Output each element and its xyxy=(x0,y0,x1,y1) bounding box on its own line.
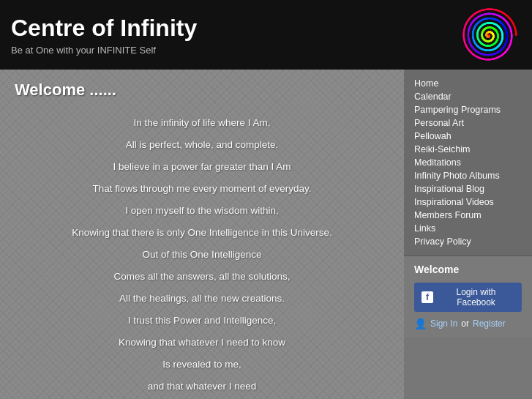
nav-link[interactable]: Inspirational Blog xyxy=(414,184,522,194)
poem: In the infinity of life where I Am,All i… xyxy=(15,113,389,396)
poem-line: I trust this Power and Intelligence, xyxy=(15,310,389,330)
nav-item[interactable]: Links xyxy=(414,222,522,235)
fb-login-label: Login with Facebook xyxy=(438,287,514,307)
site-subtitle: Be at One with your INFINITE Self xyxy=(11,45,197,56)
sidebar: HomeCalendarPampering ProgramsPersonal A… xyxy=(404,70,532,399)
main-content: Welcome ...... In the infinity of life w… xyxy=(0,70,404,399)
header: Centre of Infinity Be at One with your I… xyxy=(0,0,532,70)
facebook-login-button[interactable]: f Login with Facebook xyxy=(414,283,522,312)
poem-line: I believe in a power far greater than I … xyxy=(15,157,389,176)
nav-item[interactable]: Calendar xyxy=(414,90,522,103)
poem-line: Knowing that there is only One Intellige… xyxy=(15,223,389,242)
nav-link[interactable]: Reiki-Seichim xyxy=(414,144,522,154)
poem-line: All is perfect, whole, and complete. xyxy=(15,135,389,154)
nav-link[interactable]: Inspirational Videos xyxy=(414,197,522,207)
poem-line: That flows through me every moment of ev… xyxy=(15,179,389,198)
poem-line: Comes all the answers, all the solutions… xyxy=(15,266,389,286)
nav-item[interactable]: Privacy Policy xyxy=(414,235,522,248)
register-link[interactable]: Register xyxy=(473,318,506,329)
sign-in-row: 👤 Sign In or Register xyxy=(414,318,522,329)
welcome-section: Welcome f Login with Facebook 👤 Sign In … xyxy=(404,256,532,337)
poem-line: In the infinity of life where I Am, xyxy=(15,113,389,133)
poem-line: I open myself to the wisdom within, xyxy=(15,201,389,220)
nav-link[interactable]: Personal Art xyxy=(414,118,522,128)
poem-line: Out of this One Intelligence xyxy=(15,245,389,264)
nav-list: HomeCalendarPampering ProgramsPersonal A… xyxy=(414,77,522,248)
nav-item[interactable]: Pampering Programs xyxy=(414,103,522,116)
layout: Welcome ...... In the infinity of life w… xyxy=(0,70,532,399)
site-title: Centre of Infinity xyxy=(11,15,197,42)
header-text: Centre of Infinity Be at One with your I… xyxy=(11,15,197,56)
nav-item[interactable]: Inspirational Videos xyxy=(414,195,522,209)
nav-item[interactable]: Infinity Photo Albums xyxy=(414,169,522,182)
facebook-icon: f xyxy=(422,291,433,303)
nav-item[interactable]: Meditations xyxy=(414,156,522,169)
nav-item[interactable]: Personal Art xyxy=(414,116,522,130)
nav-link[interactable]: Links xyxy=(414,223,522,234)
nav-link[interactable]: Infinity Photo Albums xyxy=(414,171,522,181)
poem-line: and that whatever I need xyxy=(15,376,389,396)
sign-in-link[interactable]: Sign In xyxy=(430,318,457,329)
nav-link[interactable]: Home xyxy=(414,78,522,89)
user-icon: 👤 xyxy=(414,318,427,329)
sidebar-welcome-heading: Welcome xyxy=(414,264,522,275)
nav-item[interactable]: Inspirational Blog xyxy=(414,182,522,195)
nav-link[interactable]: Meditations xyxy=(414,157,522,168)
poem-line: All the healings, all the new creations. xyxy=(15,288,389,308)
poem-line: Knowing that whatever I need to know xyxy=(15,332,389,352)
poem-line: Is revealed to me, xyxy=(15,354,389,374)
nav-link[interactable]: Calendar xyxy=(414,92,522,102)
nav-link[interactable]: Pampering Programs xyxy=(414,105,522,115)
nav-item[interactable]: Home xyxy=(414,77,522,90)
nav-section: HomeCalendarPampering ProgramsPersonal A… xyxy=(404,70,532,256)
spiral-image xyxy=(455,7,521,62)
nav-item[interactable]: Members Forum xyxy=(414,209,522,222)
or-text: or xyxy=(461,318,469,329)
welcome-heading: Welcome ...... xyxy=(15,81,389,100)
nav-item[interactable]: Reiki-Seichim xyxy=(414,143,522,156)
nav-link[interactable]: Pellowah xyxy=(414,131,522,141)
nav-link[interactable]: Members Forum xyxy=(414,210,522,220)
nav-item[interactable]: Pellowah xyxy=(414,130,522,143)
nav-link[interactable]: Privacy Policy xyxy=(414,236,522,247)
